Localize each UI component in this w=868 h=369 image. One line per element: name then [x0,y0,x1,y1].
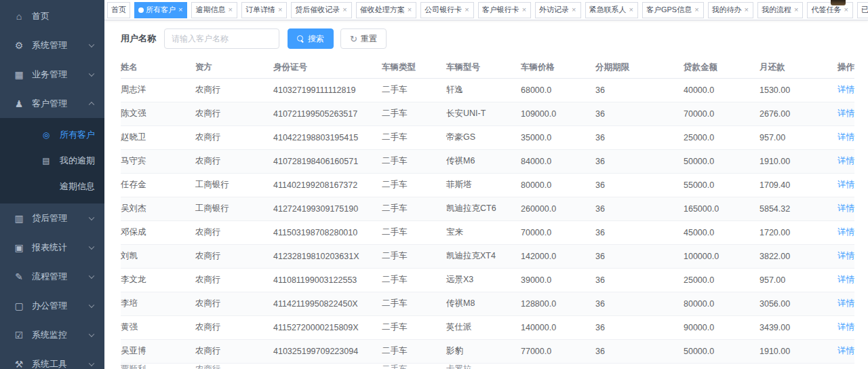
detail-link[interactable]: 详情 [837,156,854,166]
cell-vehicle_type: 二手车 [382,149,446,173]
tab-collect-plans[interactable]: 催收处理方案× [356,2,416,18]
detail-link[interactable]: 详情 [837,298,854,308]
cell-name: 马守宾 [121,149,195,173]
cell-loan: 50000.0 [684,339,760,363]
sidebar-item-overdue-info[interactable]: 逾期信息 [0,174,104,199]
column-header: 月还款 [760,58,827,78]
cell-action: 详情 [827,125,854,149]
sidebar-item-system-mgmt[interactable]: ⚙系统管理 [0,31,104,60]
tab-close-icon[interactable]: × [464,6,469,14]
detail-link[interactable]: 详情 [837,346,854,355]
detail-link[interactable]: 详情 [837,227,854,237]
tab-close-icon[interactable]: × [227,6,233,14]
tab-close-icon[interactable]: × [277,6,283,14]
cell-loan: 90000.0 [684,315,760,339]
tab-company-cards[interactable]: 公司银行卡× [420,2,473,18]
chevron-down-icon [89,273,94,278]
cell-vehicle_model: 轩逸 [446,78,521,102]
cell-loan: 100000.0 [684,244,760,268]
cell-id_number: 411503198708280010 [273,220,382,244]
table-row: 陈文强农商行410721199505263517二手车长安UNI-T109000… [121,102,854,125]
sidebar-item-label: 系统工具 [32,358,67,369]
search-button[interactable]: 搜索 [288,28,334,49]
tab-sign-tasks[interactable]: 代签任务× [807,2,852,18]
user-icon: ♟ [14,98,24,109]
detail-link[interactable]: 详情 [837,85,854,94]
sidebar-item-business-mgmt[interactable]: ▦业务管理 [0,60,104,89]
tab-visit-records[interactable]: 外访记录× [535,2,580,18]
table-row-partial: 贾顺利农商行二手车卡罗拉 [121,363,854,369]
partial-cell [595,364,684,369]
cell-name: 周志洋 [121,78,195,102]
cell-vehicle_type: 二手车 [382,268,446,292]
detail-link[interactable]: 详情 [837,275,854,284]
toolbox-icon: ⚒ [14,359,24,369]
tab-customer-cards[interactable]: 客户银行卡× [478,2,531,18]
cell-action: 详情 [827,315,854,339]
cell-funder: 农商行 [195,339,273,363]
cell-price: 260000.0 [521,197,595,220]
tab-my-process[interactable]: 我的流程× [757,2,803,18]
cell-id_number: 411402199208167372 [273,173,382,197]
sidebar-item-home[interactable]: ⌂首页 [0,1,104,31]
tab-close-icon[interactable]: × [793,6,799,14]
column-header: 贷款金额 [684,58,760,78]
detail-link[interactable]: 详情 [837,251,854,260]
cell-name: 黄强 [121,315,195,339]
tab-close-icon[interactable]: × [694,6,699,14]
cell-funder: 农商行 [195,149,273,173]
cell-name: 任存金 [121,173,195,197]
cell-monthly: 3439.00 [760,315,827,339]
detail-link[interactable]: 详情 [837,132,854,142]
cell-action: 详情 [827,78,854,102]
cell-action: 详情 [827,292,854,315]
tab-close-icon[interactable]: × [744,6,749,14]
sidebar-item-postloan-mgmt[interactable]: ▥贷后管理 [0,203,104,233]
sidebar-item-customer-mgmt[interactable]: ♟客户管理 [0,89,104,118]
tab-customer-gps[interactable]: 客户GPS信息× [642,2,704,18]
sidebar-item-label: 逾期信息 [60,180,95,193]
detail-link[interactable]: 详情 [837,180,854,189]
tab-home[interactable]: 首页 [107,2,130,18]
tab-close-icon[interactable]: × [521,6,527,14]
tab-close-icon[interactable]: × [407,6,412,14]
customer-name-input[interactable] [164,28,279,49]
reset-button[interactable]: ↻ 重置 [340,28,387,49]
search-field-label: 用户名称 [121,33,156,45]
table-row: 刘凯农商行41232819810203631X二手车凯迪拉克XT4142000.… [121,244,854,268]
sidebar-item-office-mgmt[interactable]: ▢办公管理 [0,291,104,320]
sidebar-item-label: 我的逾期 [60,155,95,167]
tab-close-icon[interactable]: × [629,6,634,14]
cell-name: 贾顺利 [121,363,195,369]
tab-emergency-contacts[interactable]: 紧急联系人× [585,2,638,18]
sidebar-item-system-tools[interactable]: ⚒系统工具 [0,349,104,369]
sidebar-item-process-mgmt[interactable]: ✎流程管理 [0,262,104,291]
cell-name: 李文龙 [121,268,195,292]
cell-id_number: 410728198406160571 [273,149,382,173]
sidebar-item-report-stats[interactable]: ▣报表统计 [0,233,104,262]
detail-link[interactable]: 详情 [837,203,854,213]
cell-vehicle_model: 长安UNI-T [446,102,521,125]
tab-done-tasks[interactable]: 已办任务× [857,2,868,18]
cell-monthly: 957.00 [760,125,827,149]
tab-label: 我的待办 [712,5,742,15]
tab-close-icon[interactable]: × [571,6,576,14]
tab-my-todo[interactable]: 我的待办× [708,2,753,18]
sidebar-item-all-customers[interactable]: ◎所有客户 [0,122,104,148]
tab-all-customers[interactable]: 所有客户× [134,2,187,18]
detail-link[interactable]: 详情 [837,109,854,118]
tab-overdue-info[interactable]: 逾期信息× [191,2,237,18]
tab-collect-records[interactable]: 贷后催收记录× [291,2,351,18]
sidebar-item-system-monitor[interactable]: ☑系统监控 [0,320,104,349]
sidebar-item-my-overdue[interactable]: ▤我的逾期 [0,148,104,174]
tab-close-icon[interactable]: × [178,6,183,14]
cell-vehicle_type: 二手车 [382,339,446,363]
tab-label: 已办任务 [861,5,868,15]
tab-order-detail[interactable]: 订单详情× [241,2,287,18]
cell-id_number: 41232819810203631X [273,244,382,268]
cell-vehicle_model: 菲斯塔 [446,173,521,197]
detail-link[interactable]: 详情 [837,322,854,332]
tab-close-icon[interactable]: × [342,6,347,14]
tab-close-icon[interactable]: × [843,6,848,14]
table-row: 吴亚博农商行410325199709223094二手车影豹77000.03650… [121,339,854,363]
